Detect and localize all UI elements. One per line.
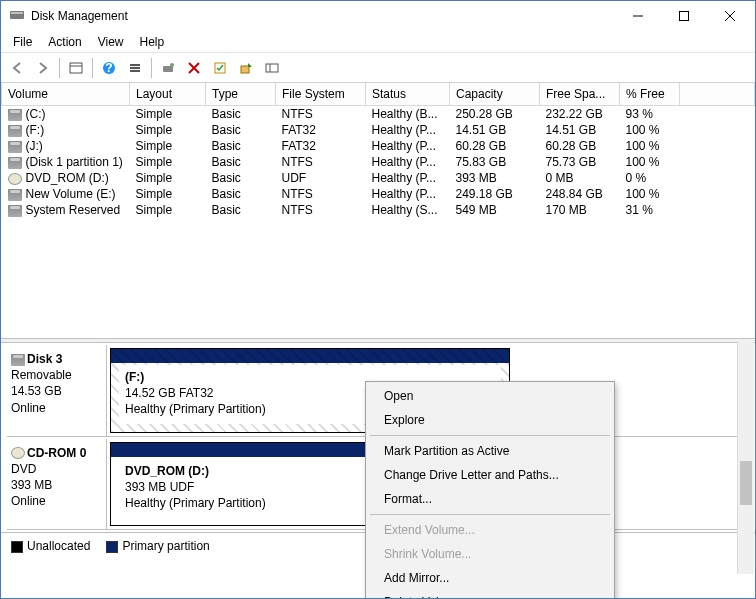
rescan-disks-button[interactable] bbox=[156, 56, 180, 80]
cell-type: Basic bbox=[206, 186, 276, 202]
cell-capacity: 60.28 GB bbox=[450, 138, 540, 154]
cell-free: 14.51 GB bbox=[540, 122, 620, 138]
svg-rect-19 bbox=[266, 64, 278, 72]
cell-layout: Simple bbox=[130, 154, 206, 170]
menu-separator bbox=[370, 435, 610, 436]
cell-free: 170 MB bbox=[540, 202, 620, 218]
svg-text:?: ? bbox=[105, 61, 112, 75]
col-freespace[interactable]: Free Spa... bbox=[540, 83, 620, 106]
window-title: Disk Management bbox=[31, 9, 615, 23]
forward-button[interactable] bbox=[31, 56, 55, 80]
properties-button[interactable] bbox=[208, 56, 232, 80]
table-row[interactable]: (C:)SimpleBasicNTFSHealthy (B...250.28 G… bbox=[2, 106, 755, 123]
back-button[interactable] bbox=[5, 56, 29, 80]
disk-title: CD-ROM 0 bbox=[27, 446, 86, 460]
col-pctfree[interactable]: % Free bbox=[620, 83, 680, 106]
table-row[interactable]: (F:)SimpleBasicFAT32Healthy (P...14.51 G… bbox=[2, 122, 755, 138]
disk-pane-scrollbar[interactable] bbox=[737, 341, 754, 574]
svg-rect-3 bbox=[680, 12, 689, 21]
col-layout[interactable]: Layout bbox=[130, 83, 206, 106]
cell-layout: Simple bbox=[130, 106, 206, 123]
menu-file[interactable]: File bbox=[5, 33, 40, 51]
svg-rect-10 bbox=[130, 64, 140, 66]
volume-name: New Volume (E:) bbox=[26, 187, 116, 201]
volume-icon bbox=[8, 109, 22, 121]
legend-primary-partition: Primary partition bbox=[106, 539, 209, 553]
partition-header bbox=[111, 349, 509, 363]
list-view-button[interactable] bbox=[123, 56, 147, 80]
disk-info-line: Online bbox=[11, 494, 46, 508]
cell-status: Healthy (P... bbox=[366, 138, 450, 154]
app-icon bbox=[9, 8, 25, 24]
table-header-row: Volume Layout Type File System Status Ca… bbox=[2, 83, 755, 106]
cell-type: Basic bbox=[206, 138, 276, 154]
cell-fs: FAT32 bbox=[276, 122, 366, 138]
cell-layout: Simple bbox=[130, 122, 206, 138]
toolbar: ? bbox=[1, 53, 755, 83]
cell-status: Healthy (B... bbox=[366, 106, 450, 123]
menu-item-add-mirror[interactable]: Add Mirror... bbox=[368, 566, 612, 590]
cell-pct: 31 % bbox=[620, 202, 680, 218]
col-capacity[interactable]: Capacity bbox=[450, 83, 540, 106]
menu-item-open[interactable]: Open bbox=[368, 384, 612, 408]
menu-item-format[interactable]: Format... bbox=[368, 487, 612, 511]
cell-free: 232.22 GB bbox=[540, 106, 620, 123]
svg-rect-12 bbox=[130, 70, 140, 72]
volume-icon bbox=[8, 125, 22, 137]
col-type[interactable]: Type bbox=[206, 83, 276, 106]
maximize-button[interactable] bbox=[661, 1, 707, 31]
cell-capacity: 250.28 GB bbox=[450, 106, 540, 123]
cell-status: Healthy (P... bbox=[366, 186, 450, 202]
menu-action[interactable]: Action bbox=[40, 33, 89, 51]
cell-free: 0 MB bbox=[540, 170, 620, 186]
table-row[interactable]: New Volume (E:)SimpleBasicNTFSHealthy (P… bbox=[2, 186, 755, 202]
cell-type: Basic bbox=[206, 170, 276, 186]
svg-rect-6 bbox=[70, 63, 82, 73]
cell-fs: NTFS bbox=[276, 202, 366, 218]
disk-info-line: 393 MB bbox=[11, 478, 52, 492]
disk-title: Disk 3 bbox=[27, 352, 62, 366]
menu-item-explore[interactable]: Explore bbox=[368, 408, 612, 432]
titlebar: Disk Management bbox=[1, 1, 755, 31]
volume-name: (J:) bbox=[26, 139, 43, 153]
table-row[interactable]: DVD_ROM (D:)SimpleBasicUDFHealthy (P...3… bbox=[2, 170, 755, 186]
col-extra[interactable] bbox=[680, 83, 755, 106]
volume-name: (F:) bbox=[26, 123, 45, 137]
disk-icon bbox=[11, 447, 25, 459]
cell-capacity: 75.83 GB bbox=[450, 154, 540, 170]
table-row[interactable]: (Disk 1 partition 1)SimpleBasicNTFSHealt… bbox=[2, 154, 755, 170]
volume-name: DVD_ROM (D:) bbox=[26, 171, 109, 185]
delete-button[interactable] bbox=[182, 56, 206, 80]
menu-item-mark-partition-as-active[interactable]: Mark Partition as Active bbox=[368, 439, 612, 463]
cell-pct: 93 % bbox=[620, 106, 680, 123]
minimize-button[interactable] bbox=[615, 1, 661, 31]
svg-rect-11 bbox=[130, 67, 140, 69]
disk-info: Disk 3Removable14.53 GBOnline bbox=[7, 345, 107, 436]
close-button[interactable] bbox=[707, 1, 753, 31]
disk-info-line: 14.53 GB bbox=[11, 384, 62, 398]
help-button[interactable]: ? bbox=[97, 56, 121, 80]
legend-unallocated: Unallocated bbox=[11, 539, 90, 553]
volume-icon bbox=[8, 189, 22, 201]
cell-status: Healthy (P... bbox=[366, 122, 450, 138]
table-row[interactable]: System ReservedSimpleBasicNTFSHealthy (S… bbox=[2, 202, 755, 218]
context-menu: OpenExploreMark Partition as ActiveChang… bbox=[365, 381, 615, 599]
menu-view[interactable]: View bbox=[90, 33, 132, 51]
table-row[interactable]: (J:)SimpleBasicFAT32Healthy (P...60.28 G… bbox=[2, 138, 755, 154]
cell-type: Basic bbox=[206, 154, 276, 170]
scrollbar-thumb[interactable] bbox=[740, 461, 752, 505]
col-status[interactable]: Status bbox=[366, 83, 450, 106]
col-volume[interactable]: Volume bbox=[2, 83, 130, 106]
col-filesystem[interactable]: File System bbox=[276, 83, 366, 106]
volume-table: Volume Layout Type File System Status Ca… bbox=[1, 83, 755, 338]
cell-fs: FAT32 bbox=[276, 138, 366, 154]
volume-name: (Disk 1 partition 1) bbox=[26, 155, 123, 169]
menu-item-change-drive-letter-and-paths[interactable]: Change Drive Letter and Paths... bbox=[368, 463, 612, 487]
menu-item-delete-volume[interactable]: Delete Volume... bbox=[368, 590, 612, 599]
menu-help[interactable]: Help bbox=[132, 33, 173, 51]
disk-info-line: DVD bbox=[11, 462, 36, 476]
settings-button[interactable] bbox=[260, 56, 284, 80]
show-hide-console-button[interactable] bbox=[64, 56, 88, 80]
refresh-button[interactable] bbox=[234, 56, 258, 80]
pane-splitter[interactable] bbox=[1, 338, 755, 343]
